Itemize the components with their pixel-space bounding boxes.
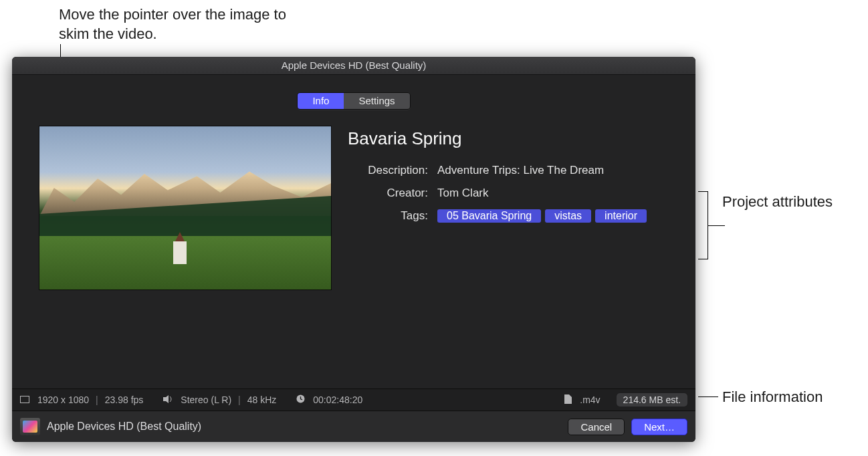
window-content: Info Settings Bavaria Spring Description…: [12, 75, 695, 411]
info-filesize: 214.6 MB est.: [617, 393, 687, 407]
project-title: Bavaria Spring: [348, 128, 673, 149]
tab-bar: Info Settings: [12, 75, 695, 110]
segmented-control: Info Settings: [297, 92, 410, 110]
tag-item[interactable]: interior: [595, 209, 647, 223]
window-titlebar: Apple Devices HD (Best Quality): [12, 57, 695, 75]
field-tags: Tags: 05 Bavaria Spring vistas interior: [348, 209, 673, 223]
cancel-button[interactable]: Cancel: [568, 419, 625, 435]
bracket-project-attributes: [698, 191, 708, 259]
callout-skim: Move the pointer over the image to skim …: [59, 5, 286, 43]
value-description[interactable]: Adventure Trips: Live The Dream: [437, 164, 673, 177]
callout-project-attributes-text: Project attributes: [722, 193, 833, 210]
bottom-bar: Apple Devices HD (Best Quality) Cancel N…: [12, 411, 695, 442]
destination-icon: [20, 418, 40, 435]
window-title: Apple Devices HD (Best Quality): [282, 60, 427, 71]
callout-file-information: File information: [722, 388, 823, 407]
audio-icon: [163, 394, 173, 405]
tag-item[interactable]: 05 Bavaria Spring: [437, 209, 541, 223]
label-description: Description:: [348, 164, 428, 177]
field-creator: Creator: Tom Clark: [348, 187, 673, 200]
video-preview-thumbnail[interactable]: [39, 126, 332, 290]
info-fps: 23.98 fps: [105, 394, 144, 405]
svg-marker-1: [163, 395, 169, 403]
info-audio: Stereo (L R): [181, 394, 231, 405]
tags-container[interactable]: 05 Bavaria Spring vistas interior: [437, 209, 673, 223]
label-tags: Tags:: [348, 209, 428, 223]
info-timecode: 00:02:48:20: [313, 394, 362, 405]
tab-settings[interactable]: Settings: [344, 93, 409, 109]
next-button[interactable]: Next…: [631, 419, 687, 435]
tag-item[interactable]: vistas: [545, 209, 591, 223]
destination-label: Apple Devices HD (Best Quality): [47, 421, 561, 433]
callout-file-information-text: File information: [722, 388, 823, 405]
info-extension: .m4v: [580, 394, 600, 405]
value-creator[interactable]: Tom Clark: [437, 187, 673, 200]
project-attributes: Bavaria Spring Description: Adventure Tr…: [348, 126, 673, 388]
file-info-bar: 1920 x 1080 | 23.98 fps Stereo (L R) | 4…: [12, 388, 695, 411]
frame-size-icon: [20, 394, 29, 405]
label-creator: Creator:: [348, 187, 428, 200]
callout-file-info-leader: [698, 396, 718, 397]
callout-project-attributes: Project attributes: [722, 193, 833, 212]
field-description: Description: Adventure Trips: Live The D…: [348, 164, 673, 177]
share-sheet-window: Apple Devices HD (Best Quality) Info Set…: [12, 57, 695, 442]
panel-body: Bavaria Spring Description: Adventure Tr…: [12, 110, 695, 388]
file-icon: [564, 394, 572, 406]
info-resolution: 1920 x 1080: [37, 394, 89, 405]
tab-info[interactable]: Info: [298, 93, 344, 109]
info-sample-rate: 48 kHz: [247, 394, 277, 405]
callout-skim-text: Move the pointer over the image to skim …: [59, 6, 286, 42]
svg-rect-0: [21, 396, 29, 403]
clock-icon: [296, 394, 305, 405]
